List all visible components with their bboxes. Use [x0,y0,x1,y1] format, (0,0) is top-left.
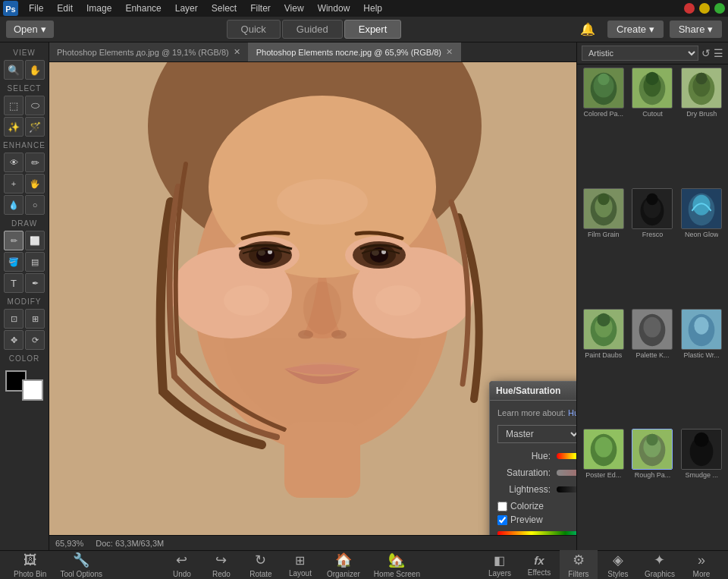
tab-before-close[interactable]: ✕ [234,47,240,57]
filter-smudge-stick[interactable]: Smudge ... [678,429,725,547]
filter-film-grain[interactable]: Film Grain [580,188,627,307]
saturation-track[interactable] [557,470,576,476]
zoom-tool[interactable]: 🔍 [4,60,24,80]
paint-bucket[interactable]: 🪣 [4,252,24,272]
rotate-label: Rotate [249,570,271,578]
more-label: More [693,570,711,578]
filter-plastic-wrap[interactable]: Plastic Wr... [678,309,725,427]
dodge-tool[interactable]: ○ [25,195,45,215]
filter-colored-pencil[interactable]: Colored Pa... [580,68,627,186]
lightness-label: Lightness: [497,484,551,495]
filter-label-cutout: Cutout [642,110,663,118]
menu-edit[interactable]: Edit [51,2,79,15]
menu-select[interactable]: Select [206,2,243,15]
filter-label-plastic-wrap: Plastic Wr... [683,351,719,359]
layout-button[interactable]: ⊞ Layout [281,552,319,579]
svg-point-62 [595,437,612,458]
graphics-button[interactable]: ✦ Graphics [639,550,681,579]
recompose-tool[interactable]: ⊞ [25,309,45,329]
quick-select-tool[interactable]: 🪄 [25,117,45,137]
undo-button[interactable]: ↩ Undo [163,550,201,579]
clone-stamp[interactable]: 🖐 [25,174,45,194]
menu-layer[interactable]: Layer [169,2,204,15]
panel-menu-icon[interactable]: ☰ [714,47,723,59]
tab-guided[interactable]: Guided [282,20,343,39]
filter-rough-pastels[interactable]: Rough Pa... [629,429,676,547]
bell-icon[interactable]: 🔔 [580,22,595,36]
menu-file[interactable]: File [23,2,49,15]
tab-before[interactable]: Photoshop Elements до.jpg @ 19,1% (RGB/8… [49,42,249,61]
rotate-button[interactable]: ↻ Rotate [242,550,280,579]
tool-options-button[interactable]: 🔧 Tool Options [54,550,108,579]
hue-track[interactable] [557,453,576,459]
filter-poster-edges[interactable]: Poster Ed... [580,429,627,547]
lightness-slider-row: Lightness: +4 [497,484,576,495]
section-draw: DRAW [11,219,37,228]
lightness-track[interactable] [557,486,576,492]
view-tools: 🔍 ✋ [4,60,45,80]
svg-point-69 [695,433,709,447]
tab-quick[interactable]: Quick [227,20,281,39]
share-button[interactable]: Share ▾ [670,20,722,38]
menu-window[interactable]: Window [312,2,356,15]
menu-help[interactable]: Help [357,2,388,15]
menu-enhance[interactable]: Enhance [119,2,167,15]
filter-thumb-dry-brush [681,68,722,109]
photo-bin-button[interactable]: 🖼 Photo Bin [8,551,52,580]
background-color[interactable] [22,379,43,401]
open-button[interactable]: Open ▾ [6,20,54,38]
filter-fresco[interactable]: Fresco [629,188,676,307]
eraser-tool[interactable]: ⬜ [25,231,45,250]
tab-after[interactable]: Photoshop Elements после.jpg @ 65,9% (RG… [249,42,461,61]
create-button[interactable]: Create ▾ [607,20,664,38]
layers-button[interactable]: ◧ Layers [481,552,519,579]
svg-point-56 [644,316,661,337]
transform-tool[interactable]: ⟳ [25,330,45,350]
filter-dry-brush[interactable]: Dry Brush [678,68,725,186]
healing-brush[interactable]: + [4,174,24,194]
menu-filter[interactable]: Filter [244,2,277,15]
move-tool[interactable]: ✥ [4,330,24,350]
more-button[interactable]: » More [682,551,720,580]
lasso-tool[interactable]: ⬭ [25,96,45,115]
gradient-tool[interactable]: ▤ [25,252,45,272]
colorize-checkbox[interactable] [497,502,507,511]
organizer-button[interactable]: 🏠 Organizer [321,550,366,579]
tab-expert[interactable]: Expert [344,20,402,39]
brush-tool[interactable]: ✏ [4,231,24,250]
left-toolbar: VIEW 🔍 ✋ SELECT ⬚ ⬭ ✨ 🪄 ENHANCE 👁 ✏ + 🖐 … [0,42,49,550]
redo-button[interactable]: ↪ Redo [202,550,240,579]
effects-button[interactable]: fx Effects [520,552,558,578]
styles-button[interactable]: ◈ Styles [599,550,637,579]
menu-view[interactable]: View [278,2,310,15]
bottom-left-tools: 🖼 Photo Bin 🔧 Tool Options [8,550,108,579]
filter-cutout[interactable]: Cutout [629,68,676,186]
filter-palette-knife[interactable]: Palette K... [629,309,676,427]
crop-tool[interactable]: ⊡ [4,309,24,329]
pencil-tool[interactable]: ✒ [25,273,45,293]
window-minimize[interactable] [699,3,710,14]
tab-after-close[interactable]: ✕ [446,47,453,57]
hand-tool[interactable]: ✋ [25,60,45,80]
window-maximize[interactable] [714,3,725,14]
window-close[interactable] [684,3,695,14]
bottom-right-tools: ◧ Layers fx Effects ⚙ Filters ◈ Styles ✦… [481,550,720,579]
blur-tool[interactable]: 💧 [4,195,24,215]
menu-image[interactable]: Image [80,2,118,15]
select-tools-1: ⬚ ⬭ [4,96,45,115]
panel-refresh-icon[interactable]: ↺ [701,47,711,59]
channel-select[interactable]: Master [497,425,576,443]
marquee-tool[interactable]: ⬚ [4,96,24,115]
home-screen-button[interactable]: 🏡 Home Screen [368,550,426,579]
learn-link[interactable]: Hue/Saturation [568,408,576,417]
filter-neon-glow[interactable]: Neon Glow [678,188,725,307]
preview-checkbox[interactable] [497,515,507,525]
eye-dropper[interactable]: 👁 [4,153,24,172]
magic-wand-tool[interactable]: ✨ [4,117,24,137]
type-tool[interactable]: T [4,273,24,293]
color-swatch[interactable] [5,370,43,401]
smart-brush[interactable]: ✏ [25,153,45,172]
filter-paint-daubs[interactable]: Paint Daubs [580,309,627,427]
filters-button[interactable]: ⚙ Filters [560,550,598,579]
filter-category-select[interactable]: Artistic [582,46,698,61]
